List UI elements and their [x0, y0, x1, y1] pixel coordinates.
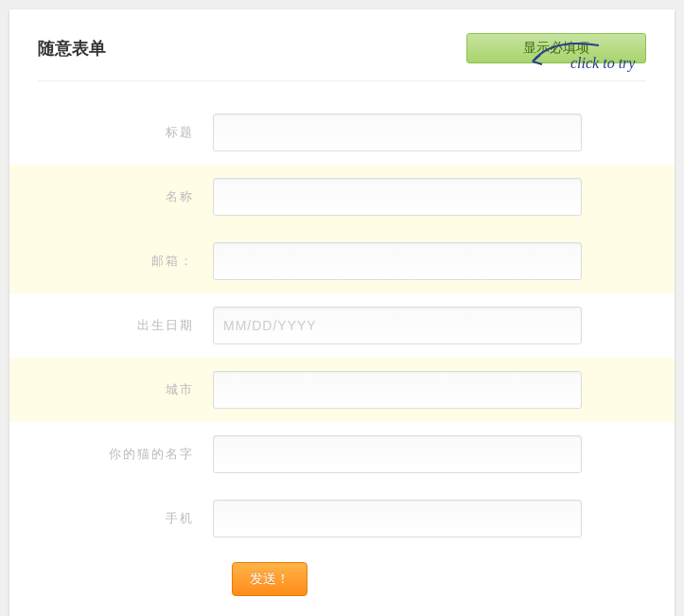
field-row-phone: 手机: [38, 486, 646, 551]
input-name[interactable]: [213, 178, 582, 216]
field-row-topic: 标题: [38, 100, 646, 165]
svg-text:click to try: click to try: [570, 55, 636, 72]
form-title: 随意表单: [38, 37, 466, 60]
input-phone[interactable]: [213, 500, 582, 537]
field-row-city: 城市: [9, 358, 675, 422]
field-row-birthdate: 出生日期: [38, 293, 646, 358]
submit-row: 发送！: [38, 551, 646, 596]
input-city[interactable]: [213, 371, 582, 409]
field-row-email: 邮箱：: [9, 229, 675, 293]
input-topic[interactable]: [213, 114, 582, 151]
label-phone: 手机: [38, 510, 213, 527]
field-row-name: 名称: [9, 165, 675, 229]
label-catname: 你的猫的名字: [38, 446, 213, 463]
click-to-try-annotation: click to try: [523, 28, 656, 76]
label-name: 名称: [38, 188, 213, 205]
form-card: 随意表单 显示必填项 click to try 标题 名称 邮箱： 出生日期 城…: [9, 9, 675, 616]
submit-button[interactable]: 发送！: [232, 562, 307, 596]
label-city: 城市: [38, 381, 213, 398]
field-row-catname: 你的猫的名字: [38, 422, 646, 486]
input-email[interactable]: [213, 242, 582, 280]
input-catname[interactable]: [213, 435, 582, 473]
input-birthdate[interactable]: [213, 307, 582, 344]
label-birthdate: 出生日期: [38, 317, 213, 334]
label-email: 邮箱：: [38, 253, 213, 270]
label-topic: 标题: [38, 124, 213, 141]
